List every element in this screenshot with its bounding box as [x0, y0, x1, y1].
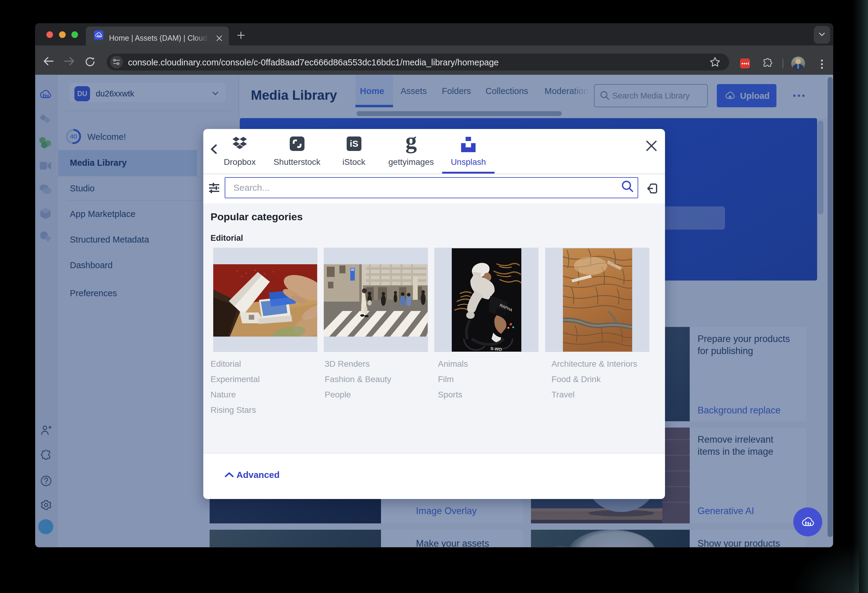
- svg-text:S-WO: S-WO: [490, 346, 502, 352]
- svg-text:g: g: [405, 132, 417, 153]
